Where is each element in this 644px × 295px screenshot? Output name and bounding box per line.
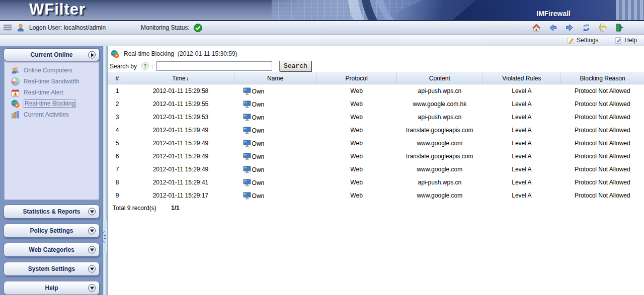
column-header-time[interactable]: Time↓ <box>127 73 234 84</box>
cell-violated-rules: Level A <box>482 84 561 98</box>
panel-title: Help <box>45 284 58 291</box>
cell-protocol: Web <box>316 163 397 176</box>
cell-content: translate.googleapis.com <box>397 150 483 163</box>
main-content: Real-time Blocking (2012-01-11 15:30:59)… <box>108 46 644 295</box>
cell-protocol: Web <box>316 84 397 98</box>
cell-protocol: Web <box>316 150 397 163</box>
splitter-handle[interactable] <box>103 221 107 253</box>
cell-time: 2012-01-11 15:29:55 <box>127 97 234 111</box>
panel-title: Policy Settings <box>30 227 73 234</box>
column-header-violated-rules[interactable]: Violated Rules <box>482 73 561 84</box>
cell-blocking-reason: Protocol Not Allowed <box>561 176 644 189</box>
cell-time: 2012-01-11 15:29:58 <box>127 84 234 98</box>
cell-num: 6 <box>108 150 127 163</box>
sidebar-panel-help[interactable]: Help <box>4 281 100 295</box>
settings-label: Settings <box>577 37 598 44</box>
sidebar-item-list: Online ComputersReal-time BandwidthReal-… <box>4 61 99 200</box>
computer-icon <box>243 166 251 173</box>
table-body: 12012-01-11 15:29:58OwnWebapi-push.wps.c… <box>108 84 644 203</box>
menu-icon[interactable] <box>4 25 12 31</box>
sidebar-item-real-time-alert[interactable]: Real-time Alert <box>5 87 99 98</box>
column-header-num[interactable]: # <box>108 73 127 84</box>
cell-violated-rules: Level A <box>482 124 561 137</box>
refresh-icon[interactable] <box>582 23 591 32</box>
user-icon <box>16 23 25 32</box>
cell-violated-rules: Level A <box>482 189 561 202</box>
cell-time: 2012-01-11 15:29:41 <box>127 176 234 189</box>
sidebar-item-label: Online Computers <box>24 67 72 74</box>
status-ok-check-icon <box>194 24 202 32</box>
panel-title: System Settings <box>28 265 75 272</box>
expand-arrow-icon[interactable] <box>88 246 96 254</box>
back-icon[interactable] <box>548 23 557 32</box>
computer-icon <box>243 127 251 134</box>
cell-content: translate.googleapis.com <box>397 124 483 137</box>
cell-blocking-reason: Protocol Not Allowed <box>561 150 644 163</box>
cell-protocol: Web <box>316 189 397 202</box>
online-computers-icon <box>11 66 20 75</box>
column-header-blocking-reason[interactable]: Blocking Reason <box>561 73 644 84</box>
cell-protocol: Web <box>316 176 397 189</box>
sidebar-panel-system-settings[interactable]: System Settings <box>4 262 100 276</box>
panel-title: Web Categories <box>29 246 74 253</box>
question-icon[interactable]: ? <box>141 62 149 70</box>
help-button[interactable]: Help <box>614 37 637 44</box>
cell-protocol: Web <box>316 124 397 137</box>
cell-blocking-reason: Protocol Not Allowed <box>561 97 644 111</box>
expand-arrow-icon[interactable] <box>88 227 96 235</box>
search-by-label: Search by <box>110 63 137 70</box>
expand-arrow-icon[interactable] <box>88 265 96 273</box>
cell-name: Own <box>234 137 316 150</box>
table-row: 52012-01-11 15:29:49OwnWebwww.google.com… <box>108 137 644 150</box>
cell-time: 2012-01-11 15:29:49 <box>127 163 234 176</box>
sidebar-item-current-activities[interactable]: Current Activities <box>5 109 99 120</box>
record-count-label: Total 9 record(s) <box>113 205 156 212</box>
quick-access-bar: Settings Help <box>0 35 644 46</box>
sidebar-item-online-computers[interactable]: Online Computers <box>5 65 99 76</box>
home-icon[interactable] <box>532 23 541 32</box>
column-header-protocol[interactable]: Protocol <box>316 73 397 84</box>
column-header-content[interactable]: Content <box>397 73 483 84</box>
sidebar-panel-policy-settings[interactable]: Policy Settings <box>4 224 100 238</box>
cell-time: 2012-01-11 15:29:17 <box>127 189 234 202</box>
help-doc-icon <box>614 37 622 44</box>
cell-content: www.google.com <box>397 189 483 202</box>
main-toolbar: Logon User: localhost/admin Monitoring S… <box>0 21 644 35</box>
column-header-name[interactable]: Name <box>234 73 316 84</box>
settings-pencil-icon <box>567 37 574 44</box>
banner-building-image <box>272 0 644 20</box>
cell-violated-rules: Level A <box>482 137 561 150</box>
settings-button[interactable]: Settings <box>567 37 598 44</box>
print-icon[interactable] <box>598 23 607 32</box>
cell-time: 2012-01-11 15:29:49 <box>127 137 234 150</box>
table-row: 32012-01-11 15:29:53OwnWebapi-push.wps.c… <box>108 111 644 124</box>
search-input[interactable] <box>156 61 272 71</box>
sidebar-panel-web-categories[interactable]: Web Categories <box>4 243 100 257</box>
cell-content: www.google.com <box>397 163 483 176</box>
cell-num: 8 <box>108 176 127 189</box>
computer-icon <box>243 87 251 95</box>
logout-icon[interactable] <box>615 23 624 32</box>
bandwidth-pie-icon <box>11 77 20 86</box>
cell-blocking-reason: Protocol Not Allowed <box>561 124 644 137</box>
search-button[interactable]: Search <box>279 61 311 71</box>
toolbar-divider <box>520 24 520 32</box>
sidebar-item-real-time-bandwidth[interactable]: Real-time Bandwidth <box>5 76 99 87</box>
sidebar-panel-statistics-reports[interactable]: Statistics & Reports <box>4 205 100 219</box>
expand-arrow-icon[interactable] <box>88 284 96 292</box>
sidebar-splitter[interactable] <box>103 46 108 295</box>
collapse-arrow-icon[interactable] <box>88 51 96 59</box>
sidebar-item-label: Real-time Bandwidth <box>24 78 79 85</box>
expand-arrow-icon[interactable] <box>88 208 96 216</box>
table-row: 82012-01-11 15:29:41OwnWebapi-push.wps.c… <box>108 176 644 189</box>
sidebar-panel-current-online[interactable]: Current Online <box>4 48 100 61</box>
blocking-globe-icon <box>11 100 20 108</box>
cell-violated-rules: Level A <box>482 150 561 163</box>
cell-violated-rules: Level A <box>482 163 561 176</box>
cell-time: 2012-01-11 15:29:49 <box>127 124 234 137</box>
forward-icon[interactable] <box>565 23 574 32</box>
sidebar-item-real-time-blocking[interactable]: Real-time Blocking <box>5 98 99 109</box>
activities-bars-icon <box>11 111 20 119</box>
table-row: 72012-01-11 15:29:49OwnWebwww.google.com… <box>108 163 644 176</box>
table-row: 42012-01-11 15:29:49OwnWebtranslate.goog… <box>108 124 644 137</box>
